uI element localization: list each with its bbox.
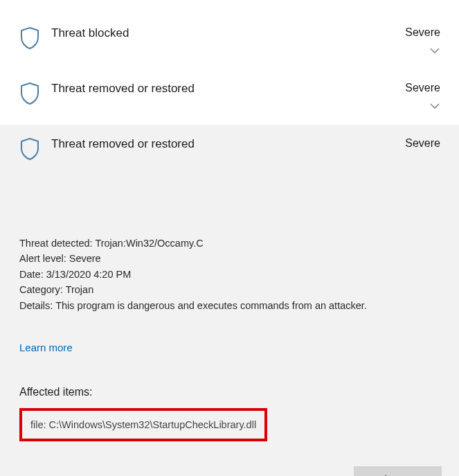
detail-date: Date: 3/13/2020 4:20 PM (19, 267, 442, 282)
shield-icon (19, 26, 40, 50)
shield-icon (19, 137, 40, 161)
detail-label: Alert level: (19, 253, 66, 264)
expand-chevron[interactable] (430, 100, 440, 112)
learn-more-link[interactable]: Learn more (19, 340, 73, 355)
threat-item-expanded[interactable]: Threat removed or restored Severe (0, 125, 459, 180)
threat-title: Threat removed or restored (51, 82, 195, 96)
detail-label: Threat detected: (19, 238, 93, 249)
actions-row: Actions (19, 466, 442, 476)
threat-severity: Severe (405, 82, 440, 94)
detail-alert-level: Alert level: Severe (19, 251, 442, 266)
threat-severity: Severe (405, 26, 440, 39)
detail-label: Details: (19, 300, 53, 311)
detail-label: Date: (19, 269, 44, 280)
actions-label: Actions (369, 473, 404, 476)
threat-severity: Severe (405, 137, 440, 150)
threat-main: Threat removed or restored Severe (51, 137, 442, 151)
detail-threat-detected: Threat detected: Trojan:Win32/Occamy.C (19, 236, 442, 251)
threat-item[interactable]: Threat removed or restored Severe (0, 69, 459, 125)
threat-list: Threat blocked Severe Threat removed or … (0, 0, 459, 476)
detail-value: This program is dangerous and executes c… (55, 300, 367, 311)
detail-value: Trojan (66, 284, 94, 295)
threat-item[interactable]: Threat blocked Severe (0, 14, 459, 69)
threat-title: Threat blocked (51, 26, 129, 40)
detail-label: Category: (19, 284, 63, 295)
threat-main: Threat blocked Severe (51, 26, 442, 40)
shield-icon (19, 82, 40, 105)
expand-chevron[interactable] (430, 44, 440, 56)
threat-main: Threat removed or restored Severe (51, 82, 442, 96)
actions-button[interactable]: Actions (354, 466, 442, 476)
affected-items-heading: Affected items: (19, 384, 442, 401)
affected-item-highlight: file: C:\Windows\System32\StartupCheckLi… (19, 408, 267, 441)
detail-value: Trojan:Win32/Occamy.C (95, 238, 203, 249)
detail-value: 3/13/2020 4:20 PM (46, 269, 132, 280)
threat-details: Threat detected: Trojan:Win32/Occamy.C A… (0, 180, 459, 476)
threat-title: Threat removed or restored (51, 137, 195, 151)
detail-details: Details: This program is dangerous and e… (19, 298, 442, 313)
affected-item-path: file: C:\Windows\System32\StartupCheckLi… (30, 419, 256, 430)
detail-category: Category: Trojan (19, 282, 442, 297)
detail-value: Severe (69, 253, 101, 264)
